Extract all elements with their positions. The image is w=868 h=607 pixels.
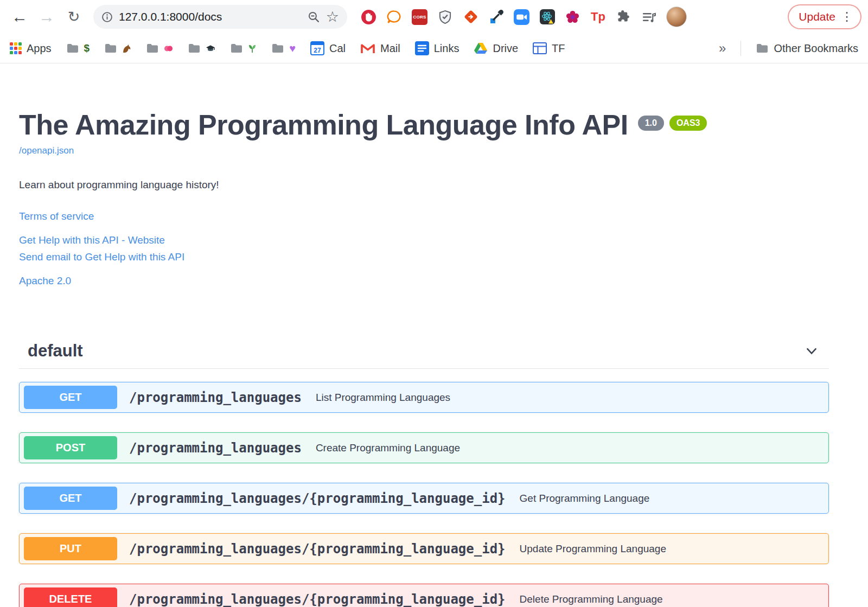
zoom-icon[interactable] [308, 11, 320, 23]
bookmark-folder-horse[interactable] [104, 43, 131, 54]
hand-blocker-icon[interactable] [360, 9, 377, 25]
bookmark-folder-finance[interactable]: $ [66, 42, 90, 54]
endpoint-summary: List Programming Languages [316, 392, 450, 404]
bookmark-drive-label: Drive [493, 42, 518, 55]
brain-glyph [164, 44, 173, 53]
endpoint-path: /programming_languages/{programming_lang… [129, 491, 506, 506]
bookmark-calendar[interactable]: 27 Cal [310, 41, 346, 55]
bookmark-apps[interactable]: Apps [10, 42, 52, 55]
endpoint-path: /programming_languages [129, 440, 302, 456]
update-button[interactable]: Update ⋮ [788, 4, 861, 29]
bookmark-links-label: Links [434, 42, 459, 55]
method-badge: DELETE [24, 587, 117, 607]
links-icon [415, 41, 429, 55]
dollar-glyph: $ [84, 42, 90, 54]
endpoint-path: /programming_languages [129, 390, 302, 405]
forward-icon: → [39, 8, 55, 26]
bookmark-apps-label: Apps [27, 42, 52, 55]
oas3-badge: OAS3 [669, 116, 707, 131]
terms-of-service-link[interactable]: Terms of service [19, 210, 94, 222]
url-text[interactable]: 127.0.0.1:8000/docs [119, 10, 302, 23]
extensions-area: CORS [360, 9, 658, 25]
kebab-menu-icon[interactable]: ⋮ [841, 11, 853, 23]
endpoint-summary: Create Programming Language [316, 442, 460, 454]
endpoint-row[interactable]: PUT /programming_languages/{programming_… [19, 533, 829, 564]
bookmark-folder-herb[interactable] [230, 43, 257, 54]
endpoint-path: /programming_languages/{programming_lang… [129, 592, 506, 607]
help-email-link[interactable]: Send email to Get Help with this API [19, 251, 829, 263]
folder-icon [271, 43, 284, 54]
video-camera-icon[interactable] [513, 9, 530, 25]
help-website-link[interactable]: Get Help with this API - Website [19, 234, 829, 246]
drive-icon [474, 42, 488, 55]
folder-icon [104, 43, 117, 54]
license-link[interactable]: Apache 2.0 [19, 275, 71, 287]
address-bar[interactable]: 127.0.0.1:8000/docs ☆ [93, 5, 347, 29]
api-badges: 1.0 OAS3 [638, 116, 707, 131]
herb-glyph [248, 44, 257, 53]
other-bookmarks-label: Other Bookmarks [774, 42, 858, 55]
openapi-spec-link[interactable]: /openapi.json [19, 145, 74, 156]
bookmark-drive[interactable]: Drive [474, 42, 518, 55]
eyedropper-icon[interactable] [488, 9, 505, 25]
bookmark-folder-school[interactable] [188, 43, 215, 54]
collapse-section-button[interactable] [803, 342, 820, 360]
swagger-page: The Amazing Programming Language Info AP… [0, 63, 868, 607]
bookmark-calendar-label: Cal [329, 42, 346, 55]
folder-icon [756, 43, 769, 54]
horse-glyph [122, 44, 131, 53]
bookmarks-divider [741, 41, 741, 56]
music-queue-icon[interactable] [641, 9, 658, 25]
method-badge: POST [24, 436, 117, 459]
bookmark-folder-brain[interactable] [146, 43, 173, 54]
chat-bubble-icon[interactable] [386, 9, 403, 25]
endpoint-summary: Delete Programming Language [520, 593, 663, 605]
endpoint-row[interactable]: POST /programming_languages Create Progr… [19, 432, 829, 463]
bookmark-mail-label: Mail [380, 42, 400, 55]
shield-check-icon[interactable] [437, 9, 454, 25]
endpoint-path: /programming_languages/{programming_lang… [129, 541, 506, 557]
bookmark-tf-label: TF [552, 42, 565, 55]
tp-icon[interactable]: Tp [590, 9, 607, 25]
gmail-icon [360, 43, 375, 54]
bookmarks-overflow-chevron[interactable]: » [719, 41, 726, 56]
folder-icon [230, 43, 243, 54]
endpoint-row[interactable]: DELETE /programming_languages/{programmi… [19, 584, 829, 607]
reload-button[interactable]: ↻ [61, 4, 87, 30]
diamond-arrow-icon[interactable] [462, 9, 479, 25]
apps-grid-icon [10, 42, 22, 54]
endpoint-row[interactable]: GET /programming_languages List Programm… [19, 382, 829, 413]
bookmark-tf[interactable]: TF [533, 42, 565, 55]
tag-section-header[interactable]: default [19, 336, 829, 369]
endpoint-summary: Get Programming Language [520, 493, 650, 504]
forward-button[interactable]: → [34, 4, 60, 30]
endpoint-summary: Update Programming Language [520, 543, 666, 555]
puzzle-extensions-icon[interactable] [615, 9, 632, 25]
browser-toolbar: ← → ↻ 127.0.0.1:8000/docs ☆ [0, 0, 868, 34]
back-button[interactable]: ← [7, 4, 33, 30]
folder-icon [146, 43, 159, 54]
update-label: Update [799, 10, 835, 23]
bookmark-links[interactable]: Links [415, 41, 459, 55]
cors-icon[interactable]: CORS [411, 9, 428, 25]
tag-section-title: default [28, 341, 83, 361]
graduation-cap-glyph [206, 44, 215, 53]
flower-icon[interactable] [564, 9, 581, 25]
endpoint-list: GET /programming_languages List Programm… [19, 382, 829, 607]
version-badge: 1.0 [638, 116, 664, 131]
profile-avatar[interactable] [666, 7, 687, 27]
bookmarks-bar: Apps $ [0, 34, 868, 63]
page-title: The Amazing Programming Language Info AP… [19, 109, 628, 140]
other-bookmarks[interactable]: Other Bookmarks [756, 42, 858, 55]
back-icon: ← [11, 8, 28, 26]
bookmark-folder-heart[interactable]: ♥ [271, 43, 296, 54]
atom-devtools-icon[interactable] [539, 9, 556, 25]
method-badge: GET [24, 487, 117, 510]
bookmark-star-icon[interactable]: ☆ [326, 10, 339, 24]
folder-icon [66, 43, 79, 54]
info-icon[interactable] [101, 11, 113, 23]
method-badge: GET [24, 386, 117, 409]
endpoint-row[interactable]: GET /programming_languages/{programming_… [19, 483, 829, 514]
calendar-icon: 27 [310, 41, 324, 55]
bookmark-mail[interactable]: Mail [360, 42, 400, 55]
